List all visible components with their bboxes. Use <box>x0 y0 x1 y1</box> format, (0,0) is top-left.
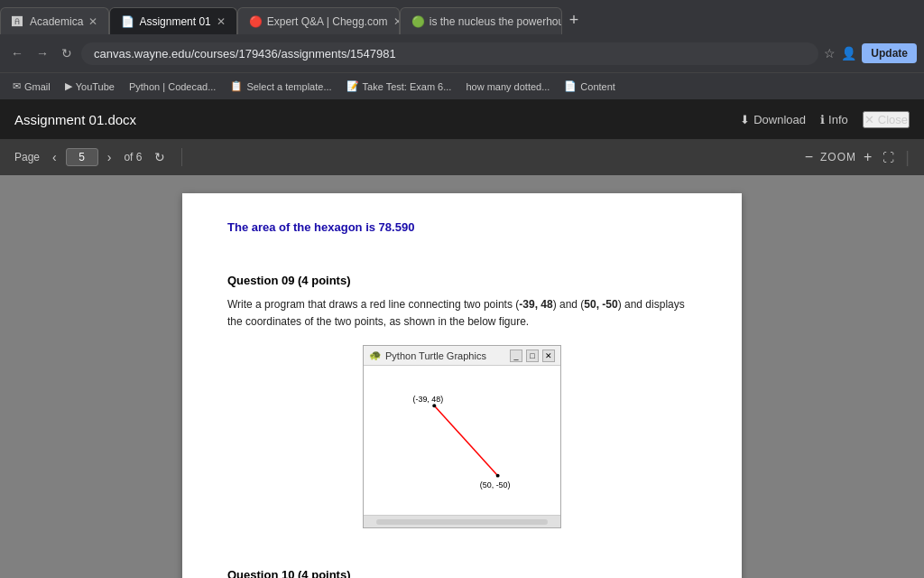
tab-close-academica[interactable]: ✕ <box>88 15 97 28</box>
turtle-canvas-q9: (-39, 48) (50, -50) <box>364 366 560 515</box>
turtle-titlebar-q9: 🐢 Python Turtle Graphics _ □ ✕ <box>364 346 560 366</box>
tab-bar: 🅰 Academica ✕ 📄 Assignment 01 ✕ 🔴 Expert… <box>0 0 924 34</box>
next-page-button[interactable]: › <box>102 148 117 166</box>
tab-favicon-nucleus: 🟢 <box>411 15 424 28</box>
viewer-toolbar: Page ‹ › of 6 ↻ − ZOOM + ⛶ | <box>0 139 924 175</box>
close-icon: ✕ <box>864 113 874 126</box>
point2-label-q9: (50, -50) <box>480 480 511 489</box>
bookmark-youtube[interactable]: ▶ YouTube <box>60 78 120 95</box>
info-icon: ℹ <box>820 113 825 126</box>
question9-text: Write a program that draws a red line co… <box>227 296 697 331</box>
download-button[interactable]: ⬇ Download <box>740 113 806 126</box>
turtle-icon-q9: 🐢 <box>369 350 382 361</box>
svg-rect-0 <box>364 367 560 515</box>
address-input[interactable] <box>81 42 818 65</box>
turtle-title-q9: 🐢 Python Turtle Graphics <box>369 350 486 361</box>
info-button[interactable]: ℹ Info <box>820 113 848 126</box>
youtube-icon: ▶ <box>65 80 72 92</box>
tab-close-chegg[interactable]: ✕ <box>393 15 400 28</box>
bookmark-template[interactable]: 📋 Select a template... <box>225 78 337 95</box>
address-icons: ☆ 👤 <box>824 46 856 61</box>
page-number-input[interactable] <box>66 148 98 166</box>
fullscreen-button[interactable]: ⛶ <box>879 149 898 166</box>
viewer-header: Assignment 01.docx ⬇ Download ℹ Info ✕ C… <box>0 99 924 139</box>
bookmark-dotted[interactable]: how many dotted... <box>460 79 555 95</box>
address-bar: ← → ↻ ☆ 👤 Update <box>0 34 924 72</box>
svg-point-3 <box>496 474 500 478</box>
zoom-out-button[interactable]: − <box>801 147 817 167</box>
viewer-actions: ⬇ Download ℹ Info ✕ Close <box>740 111 910 128</box>
question9-heading: Question 09 (4 points) <box>227 274 697 287</box>
bookmark-star-icon[interactable]: ☆ <box>824 46 836 61</box>
bookmark-exam[interactable]: 📝 Take Test: Exam 6... <box>341 78 457 95</box>
zoom-controls: − ZOOM + ⛶ | <box>801 147 910 167</box>
tab-close-assignment[interactable]: ✕ <box>217 15 226 28</box>
tab-favicon-chegg: 🔴 <box>249 15 262 28</box>
forward-button[interactable]: → <box>32 42 52 64</box>
profile-icon[interactable]: 👤 <box>841 46 856 61</box>
refresh-button[interactable]: ↻ <box>149 148 171 166</box>
page-navigation: ‹ › <box>47 148 116 166</box>
bookmark-content[interactable]: 📄 Content <box>559 78 621 95</box>
prev-page-button[interactable]: ‹ <box>47 148 62 166</box>
doc-page: The area of the hexagon is 78.590 Questi… <box>182 193 742 578</box>
svg-point-2 <box>432 405 436 408</box>
doc-viewport[interactable]: The area of the hexagon is 78.590 Questi… <box>0 175 924 578</box>
page-label: Page <box>14 151 40 163</box>
toolbar-separator <box>181 148 182 166</box>
new-tab-button[interactable]: + <box>562 11 587 30</box>
template-icon: 📋 <box>230 80 243 92</box>
bookmark-codecad[interactable]: Python | Codecad... <box>124 79 221 95</box>
tab-nucleus[interactable]: 🟢 is the nucleus the powerhouse... ✕ <box>400 7 562 34</box>
tab-assignment01[interactable]: 📄 Assignment 01 ✕ <box>109 7 236 34</box>
point1-label-q9: (-39, 48) <box>413 396 444 405</box>
turtle-maximize-q9[interactable]: □ <box>526 350 539 362</box>
tab-favicon-assignment: 📄 <box>121 15 134 28</box>
content-icon: 📄 <box>564 80 577 92</box>
turtle-minimize-q9[interactable]: _ <box>510 350 522 362</box>
doc-title: Assignment 01.docx <box>14 112 740 127</box>
download-icon: ⬇ <box>740 113 750 126</box>
tab-academica[interactable]: 🅰 Academica ✕ <box>0 7 109 34</box>
zoom-in-button[interactable]: + <box>860 147 875 167</box>
tab-favicon-academica: 🅰 <box>12 15 24 28</box>
turtle-close-q9[interactable]: ✕ <box>542 350 555 362</box>
back-button[interactable]: ← <box>7 42 27 64</box>
bookmarks-bar: ✉ Gmail ▶ YouTube Python | Codecad... 📋 … <box>0 72 924 99</box>
hexagon-answer: The area of the hexagon is 78.590 <box>227 220 697 234</box>
bookmark-gmail[interactable]: ✉ Gmail <box>7 78 56 95</box>
reload-button[interactable]: ↻ <box>58 42 76 64</box>
close-button[interactable]: ✕ Close <box>863 111 910 128</box>
turtle-scrollbar-track-q9 <box>376 519 548 525</box>
tab-chegg[interactable]: 🔴 Expert Q&A | Chegg.com ✕ <box>237 7 400 34</box>
update-button[interactable]: Update <box>862 43 917 63</box>
of-pages-label: of 6 <box>124 151 142 163</box>
gmail-icon: ✉ <box>13 80 21 92</box>
exam-icon: 📝 <box>346 80 359 92</box>
zoom-label: ZOOM <box>820 151 856 163</box>
turtle-window-q9: 🐢 Python Turtle Graphics _ □ ✕ <box>363 345 561 528</box>
toolbar-overflow-icon: | <box>905 148 910 167</box>
turtle-scrollbar-h-q9[interactable] <box>364 515 560 527</box>
question10-heading: Question 10 (4 points) <box>227 568 697 578</box>
turtle-wm-icons-q9: _ □ ✕ <box>510 350 555 362</box>
browser-chrome: 🅰 Academica ✕ 📄 Assignment 01 ✕ 🔴 Expert… <box>0 0 924 578</box>
turtle-drawing-q9: (-39, 48) (50, -50) <box>364 366 560 515</box>
